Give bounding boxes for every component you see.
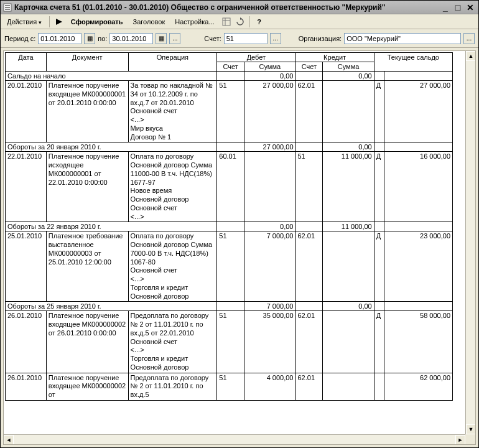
cell-operation: Оплата по договору Основной договор Сумм… [128, 231, 217, 302]
table-row: 26.01.2010Платежное поручение входящее М… [6, 373, 453, 400]
subtotal-label: Обороты за 25 января 2010 г. [6, 302, 217, 311]
table-row: 20.01.2010Платежное поручение входящее М… [6, 81, 453, 142]
subtotal-label: Обороты за 22 января 2010 г. [6, 222, 217, 231]
cell-operation: За товар по накладной № 34 от 10.12.2009… [128, 81, 217, 142]
scroll-right-icon[interactable]: ► [455, 435, 465, 445]
report-area: Дата Документ Операция Дебет Кредит Теку… [3, 50, 476, 445]
header-button[interactable]: Заголовок [129, 17, 169, 27]
cell-balance: 27 000,00 [384, 81, 453, 142]
params-bar: Период с: ▦ по: ▦ ... Счет: ... Организа… [1, 29, 478, 48]
scroll-down-icon[interactable]: ▼ [466, 424, 476, 434]
col-doc: Документ [46, 53, 128, 72]
cell-debit-sum: 7 000,00 [244, 231, 295, 302]
date-from-input[interactable] [38, 33, 81, 44]
cell-dc: Д [374, 152, 384, 222]
subtotal-debit: 7 000,00 [244, 302, 295, 311]
form-button[interactable]: Сформировать [67, 17, 127, 27]
cell-credit-acc: 62.01 [295, 81, 323, 142]
subtotal-debit: 0,00 [244, 222, 295, 231]
cell-date: 22.01.2010 [6, 152, 47, 222]
scroll-up-icon[interactable]: ▲ [466, 51, 476, 61]
opening-debit: 0,00 [244, 72, 295, 81]
scroll-corner [465, 434, 475, 444]
account-input[interactable] [224, 33, 267, 44]
cell-dc: Д [374, 231, 384, 302]
svg-rect-3 [5, 9, 10, 10]
toolbar-sep [249, 16, 250, 27]
subtotal-debit: 27 000,00 [244, 142, 295, 152]
cell-credit-sum [323, 311, 374, 373]
calendar-from-icon[interactable]: ▦ [84, 33, 95, 44]
cell-credit-acc: 62.01 [295, 231, 323, 302]
window-buttons: _ □ ✕ [440, 2, 476, 12]
cell-debit-acc: 60.01 [217, 152, 244, 222]
period-from-label: Период с: [4, 35, 35, 42]
play-icon[interactable] [53, 16, 65, 27]
horizontal-scrollbar[interactable]: ◄ ► [4, 434, 465, 444]
report-scroll: Дата Документ Операция Дебет Кредит Теку… [4, 51, 465, 434]
close-button[interactable]: ✕ [465, 2, 476, 12]
cell-credit-sum [323, 373, 374, 400]
subtotal-credit: 0,00 [323, 302, 374, 311]
cell-debit-sum: 27 000,00 [244, 81, 295, 142]
refresh-icon[interactable] [235, 16, 246, 27]
cell-balance: 16 000,00 [384, 152, 453, 222]
opening-label: Сальдо на начало [6, 72, 217, 81]
layout-icon[interactable] [221, 16, 232, 27]
cell-credit-acc: 62.01 [295, 311, 323, 373]
cell-date: 25.01.2010 [6, 231, 47, 302]
scroll-track[interactable] [466, 61, 475, 424]
cell-debit-acc: 51 [217, 311, 244, 373]
svg-marker-4 [56, 19, 62, 25]
actions-menu[interactable]: Действия [3, 17, 45, 27]
account-dots-button[interactable]: ... [270, 33, 281, 44]
col-debit: Дебет [217, 53, 295, 62]
cell-debit-sum [244, 152, 295, 222]
cell-debit-sum: 35 000,00 [244, 311, 295, 373]
vertical-scrollbar[interactable]: ▲ ▼ [465, 51, 475, 434]
cell-debit-sum: 4 000,00 [244, 373, 295, 400]
cell-credit-sum [323, 81, 374, 142]
col-balance: Текущее сальдо [374, 53, 452, 72]
cell-document: Платежное поручение входящее МК000000002… [46, 311, 128, 373]
col-credit: Кредит [295, 53, 374, 62]
scroll-left-icon[interactable]: ◄ [4, 435, 14, 445]
cell-operation: Предоплата по договору № 2 от 11.01.2010… [128, 373, 217, 400]
report-table: Дата Документ Операция Дебет Кредит Теку… [5, 52, 453, 401]
org-input[interactable] [344, 33, 461, 44]
window-title: Карточка счета 51 (01.01.2010 - 30.01.20… [14, 3, 440, 12]
minimize-button[interactable]: _ [440, 2, 451, 12]
subtotal-credit: 11 000,00 [323, 222, 374, 231]
scroll-track[interactable] [14, 435, 455, 444]
cell-operation: Оплата по договору Основной договор Сумм… [128, 152, 217, 222]
subtotal-row: Обороты за 25 января 2010 г.7 000,000,00 [6, 302, 453, 311]
calendar-to-icon[interactable]: ▦ [156, 33, 167, 44]
cell-balance: 58 000,00 [384, 311, 453, 373]
help-icon[interactable]: ? [254, 16, 265, 27]
cell-credit-acc: 62.01 [295, 373, 323, 400]
col-credit-acc: Счет [295, 62, 323, 72]
cell-document: Платежное поручение исходящее МК00000000… [46, 152, 128, 222]
cell-date: 20.01.2010 [6, 81, 47, 142]
app-icon [3, 3, 12, 12]
cell-balance: 23 000,00 [384, 231, 453, 302]
org-label: Организация: [299, 35, 342, 42]
period-to-label: по: [98, 35, 107, 42]
cell-document: Платежное поручение входящее МК000000002… [46, 373, 128, 400]
date-to-input[interactable] [109, 33, 153, 44]
org-dots-button[interactable]: ... [463, 33, 475, 44]
cell-credit-acc: 51 [295, 152, 323, 222]
window: Карточка счета 51 (01.01.2010 - 30.01.20… [0, 0, 479, 448]
opening-balance-row: Сальдо на начало0,000,00 [6, 72, 453, 81]
svg-rect-1 [5, 5, 10, 6]
subtotal-row: Обороты за 22 января 2010 г.0,0011 000,0… [6, 222, 453, 231]
settings-button[interactable]: Настройка... [171, 17, 218, 27]
maximize-button[interactable]: □ [452, 2, 463, 12]
toolbar-sep [49, 16, 50, 27]
cell-date: 26.01.2010 [6, 373, 47, 400]
cell-debit-acc: 51 [217, 81, 244, 142]
cell-dc: Д [374, 81, 384, 142]
period-dots-button[interactable]: ... [169, 33, 180, 44]
cell-date: 26.01.2010 [6, 311, 47, 373]
titlebar: Карточка счета 51 (01.01.2010 - 30.01.20… [1, 1, 478, 14]
